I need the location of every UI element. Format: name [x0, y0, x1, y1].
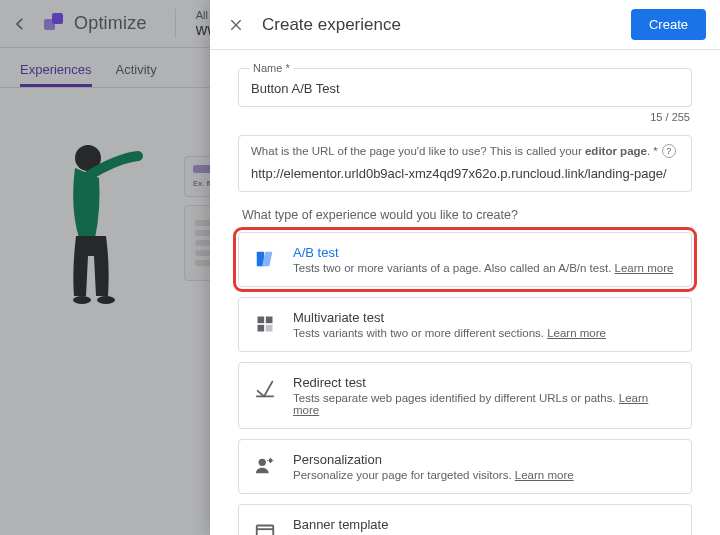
svg-point-10 [268, 458, 272, 462]
url-field-desc: What is the URL of the page you'd like t… [251, 144, 679, 158]
experience-type-banner[interactable]: Banner template Add a notification banne… [238, 504, 692, 535]
svg-rect-8 [266, 325, 273, 332]
experience-type-question: What type of experience would you like t… [242, 208, 692, 222]
option-title: A/B test [293, 245, 677, 260]
experience-type-personalization[interactable]: Personalization Personalize your page fo… [238, 439, 692, 494]
url-desc-strong: editor page [585, 145, 647, 157]
option-title: Redirect test [293, 375, 677, 390]
name-field-wrap[interactable]: Name * [238, 68, 692, 107]
url-desc-post: . * [647, 145, 658, 157]
experience-type-multivariate[interactable]: Multivariate test Tests variants with tw… [238, 297, 692, 352]
create-button[interactable]: Create [631, 9, 706, 40]
experience-type-redirect[interactable]: Redirect test Tests separate web pages i… [238, 362, 692, 429]
close-icon [228, 17, 244, 33]
name-field-label: Name * [249, 62, 294, 74]
option-desc: Tests separate web pages identified by d… [293, 392, 677, 416]
name-char-counter: 15 / 255 [238, 111, 690, 123]
url-field-wrap[interactable]: What is the URL of the page you'd like t… [238, 135, 692, 192]
learn-more-link[interactable]: Learn more [615, 262, 674, 274]
svg-rect-6 [266, 317, 273, 324]
learn-more-link[interactable]: Learn more [547, 327, 606, 339]
create-experience-panel: Create experience Create Name * 15 / 255… [210, 0, 720, 535]
panel-header: Create experience Create [210, 0, 720, 50]
personalization-icon [253, 454, 277, 478]
ab-test-icon [253, 247, 277, 271]
svg-rect-11 [257, 526, 274, 536]
svg-rect-7 [258, 325, 265, 332]
option-desc: Tests two or more variants of a page. Al… [293, 262, 677, 274]
url-field[interactable] [251, 164, 679, 183]
panel-title: Create experience [262, 15, 617, 35]
banner-icon [253, 519, 277, 535]
option-title: Multivariate test [293, 310, 677, 325]
close-button[interactable] [224, 13, 248, 37]
option-title: Personalization [293, 452, 677, 467]
multivariate-icon [253, 312, 277, 336]
panel-body: Name * 15 / 255 What is the URL of the p… [210, 50, 720, 535]
svg-point-9 [259, 459, 266, 466]
redirect-icon [253, 377, 277, 401]
url-desc-pre: What is the URL of the page you'd like t… [251, 145, 585, 157]
option-title: Banner template [293, 517, 677, 532]
svg-rect-5 [258, 317, 265, 324]
option-desc: Tests variants with two or more differen… [293, 327, 677, 339]
name-field[interactable] [251, 79, 679, 98]
help-icon[interactable]: ? [662, 144, 676, 158]
option-desc: Personalize your page for targeted visit… [293, 469, 677, 481]
learn-more-link[interactable]: Learn more [515, 469, 574, 481]
experience-type-ab-test[interactable]: A/B test Tests two or more variants of a… [238, 232, 692, 287]
